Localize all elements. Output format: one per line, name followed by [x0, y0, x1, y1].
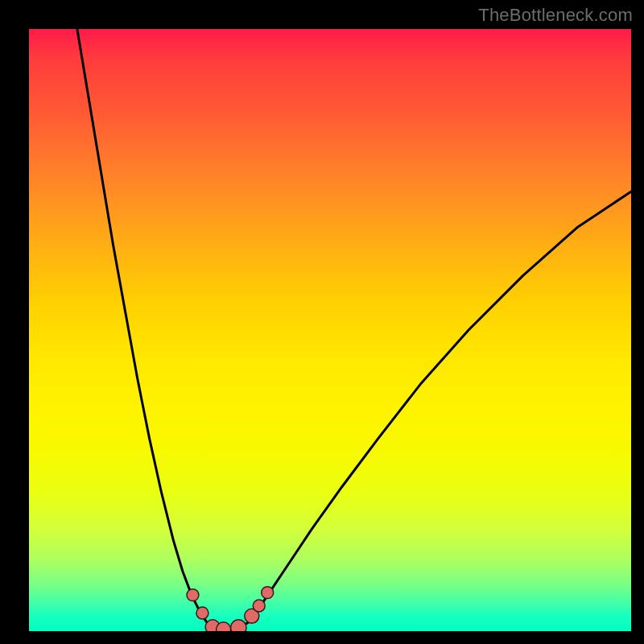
- watermark-text: TheBottleneck.com: [478, 5, 633, 26]
- data-marker: [253, 600, 265, 612]
- data-marker: [187, 589, 199, 601]
- chart-svg: [29, 29, 631, 631]
- data-marker: [262, 587, 274, 599]
- bottleneck-curve: [77, 29, 631, 630]
- data-marker: [196, 607, 208, 619]
- plot-area: [29, 29, 631, 631]
- data-marker: [217, 622, 231, 631]
- chart-frame: TheBottleneck.com: [0, 0, 644, 644]
- curve-group: [77, 29, 631, 630]
- marker-group: [187, 587, 274, 631]
- data-marker: [231, 620, 246, 631]
